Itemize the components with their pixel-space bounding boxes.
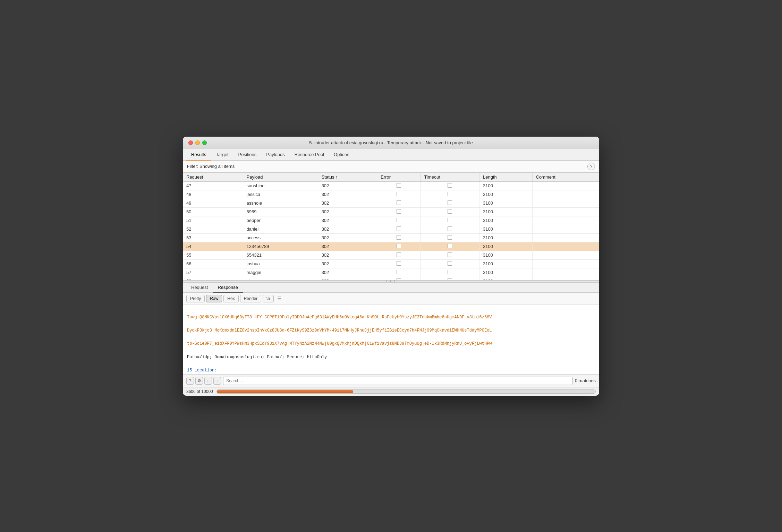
window-title: 5. Intruder attack of esia.gosuslugi.ru … [188, 140, 594, 145]
error-checkbox[interactable] [397, 278, 401, 280]
tab-options[interactable]: Options [329, 149, 354, 161]
timeout-checkbox[interactable] [448, 252, 452, 257]
table-row[interactable]: 55 654321 302 3100 [183, 251, 599, 259]
bottom-tab-bar: Request Response [183, 283, 599, 293]
response-line4: Path=/idp; Domain=gosuslugi.ru; Path=/; … [187, 355, 327, 360]
minimize-button[interactable] [195, 140, 200, 145]
table-row[interactable]: 51 pepper 302 3100 [183, 216, 599, 225]
error-checkbox[interactable] [397, 235, 401, 240]
help-icon-btn[interactable]: ? [186, 377, 194, 385]
cell-error [377, 242, 420, 251]
error-checkbox[interactable] [397, 183, 401, 188]
table-row[interactable]: 50 6969 302 3100 [183, 207, 599, 216]
settings-icon-btn[interactable]: ⚙ [195, 377, 203, 385]
error-checkbox[interactable] [397, 270, 401, 274]
cell-status: 302 [318, 277, 377, 280]
forward-icon-btn[interactable]: → [213, 377, 221, 385]
cell-id: 55 [183, 251, 243, 259]
cell-comment [532, 251, 599, 259]
col-error[interactable]: Error [377, 173, 420, 182]
timeout-checkbox[interactable] [448, 278, 452, 280]
tab-positions[interactable]: Positions [233, 149, 262, 161]
response-line3: tb-Gc1e0P7_e1dXFF0YPWsHm3HpxSEoY931X7vAg… [187, 341, 492, 346]
tab-target[interactable]: Target [211, 149, 233, 161]
col-comment[interactable]: Comment [532, 173, 599, 182]
cell-error [377, 181, 420, 190]
timeout-checkbox[interactable] [448, 218, 452, 222]
view-newline[interactable]: \n [263, 295, 274, 302]
table-row[interactable]: 49 asshole 302 3100 [183, 199, 599, 207]
main-window: 5. Intruder attack of esia.gosuslugi.ru … [183, 137, 599, 396]
cell-length: 3100 [479, 190, 532, 199]
view-raw[interactable]: Raw [206, 295, 222, 302]
table-row[interactable]: 53 access 302 3100 [183, 233, 599, 242]
cell-length: 3100 [479, 225, 532, 233]
error-checkbox[interactable] [397, 244, 401, 248]
col-timeout[interactable]: Timeout [420, 173, 479, 182]
cell-length: 3100 [479, 181, 532, 190]
cell-error [377, 216, 420, 225]
tab-resource-pool[interactable]: Resource Pool [290, 149, 329, 161]
cell-error [377, 190, 420, 199]
maximize-button[interactable] [202, 140, 207, 145]
error-checkbox[interactable] [397, 226, 401, 231]
timeout-checkbox[interactable] [448, 270, 452, 274]
view-pretty[interactable]: Pretty [186, 295, 205, 302]
timeout-checkbox[interactable] [448, 209, 452, 214]
close-button[interactable] [188, 140, 193, 145]
progress-bar [216, 389, 596, 394]
cell-comment [532, 207, 599, 216]
table-row[interactable]: 48 jessica 302 3100 [183, 190, 599, 199]
col-payload[interactable]: Payload [243, 173, 318, 182]
view-hex[interactable]: Hex [223, 295, 238, 302]
cell-timeout [420, 199, 479, 207]
error-checkbox[interactable] [397, 261, 401, 266]
cell-timeout [420, 207, 479, 216]
cell-payload: maggie [243, 268, 318, 277]
table-row[interactable]: 56 joshua 302 3100 [183, 259, 599, 268]
cell-id: 58 [183, 277, 243, 280]
back-icon-btn[interactable]: ← [204, 377, 212, 385]
error-checkbox[interactable] [397, 200, 401, 205]
table-row[interactable]: 57 maggie 302 3100 [183, 268, 599, 277]
error-checkbox[interactable] [397, 252, 401, 257]
cell-id: 50 [183, 207, 243, 216]
tab-results[interactable]: Results [186, 149, 211, 161]
timeout-checkbox[interactable] [448, 226, 452, 231]
help-button[interactable]: ? [587, 163, 595, 170]
tab-response[interactable]: Response [213, 283, 243, 293]
search-input[interactable] [223, 377, 573, 385]
cell-id: 54 [183, 242, 243, 251]
view-render[interactable]: Render [240, 295, 261, 302]
menu-icon[interactable]: ☰ [275, 295, 284, 302]
response-content: Tuwg-Q8NKCVps1GX6dHq6ByTT8_kPY_CCP8T19Po… [183, 305, 599, 374]
error-checkbox[interactable] [397, 209, 401, 214]
cell-timeout [420, 216, 479, 225]
cell-error [377, 259, 420, 268]
table-row[interactable]: 54 123456789 302 3100 [183, 242, 599, 251]
col-length[interactable]: Length [479, 173, 532, 182]
cell-error [377, 225, 420, 233]
tab-payloads[interactable]: Payloads [261, 149, 289, 161]
col-status[interactable]: Status ↑ [318, 173, 377, 182]
table-row[interactable]: 52 daniel 302 3100 [183, 225, 599, 233]
cell-length: 3100 [479, 233, 532, 242]
timeout-checkbox[interactable] [448, 235, 452, 240]
col-request[interactable]: Request [183, 173, 243, 182]
timeout-checkbox[interactable] [448, 244, 452, 248]
search-bar: ? ⚙ ← → 0 matches [183, 374, 599, 387]
cell-payload: starwars [243, 277, 318, 280]
table-row[interactable]: 47 sunshine 302 3100 [183, 181, 599, 190]
timeout-checkbox[interactable] [448, 200, 452, 205]
divider-icon: • • • [385, 279, 396, 283]
timeout-checkbox[interactable] [448, 261, 452, 266]
error-checkbox[interactable] [397, 218, 401, 222]
timeout-checkbox[interactable] [448, 183, 452, 188]
cell-payload: 123456789 [243, 242, 318, 251]
cell-status: 302 [318, 242, 377, 251]
error-checkbox[interactable] [397, 192, 401, 196]
tab-request[interactable]: Request [186, 283, 213, 293]
cell-length: 3100 [479, 242, 532, 251]
timeout-checkbox[interactable] [448, 192, 452, 196]
cell-timeout [420, 190, 479, 199]
